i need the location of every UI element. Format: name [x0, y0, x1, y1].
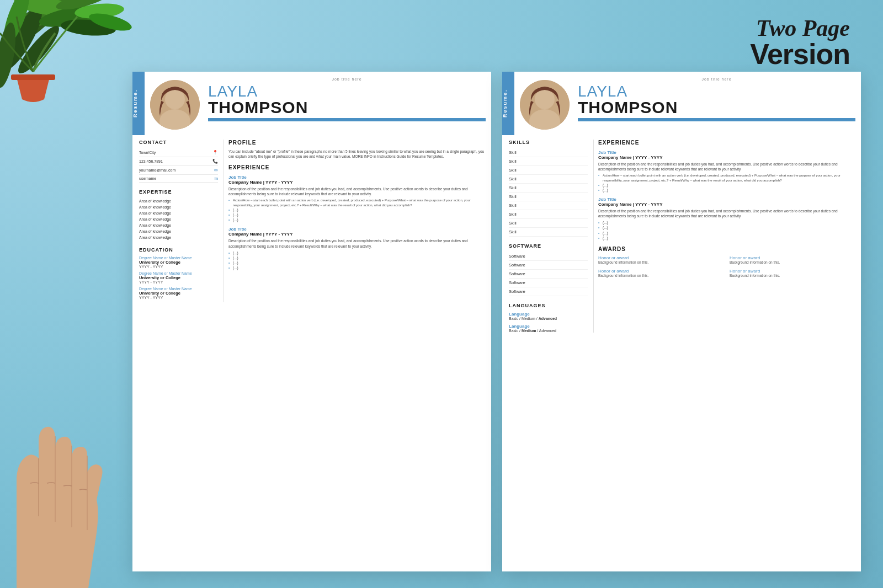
software-2: Software — [509, 261, 588, 270]
two-page-text: Two Page — [750, 17, 850, 40]
expertise-5: Area of knowledge — [139, 222, 218, 228]
page1-header: Resume. Job title here LAYLA THOMPSON — [132, 72, 491, 135]
awards-row-1: Honor or award Background information on… — [598, 255, 855, 264]
page2-job1-desc: Description of the position and the resp… — [598, 162, 855, 172]
svg-rect-12 — [11, 74, 55, 80]
page2-right-col: EXPERIENCE Job Title Company Name | YYYY… — [593, 140, 861, 333]
software-4: Software — [509, 279, 588, 287]
phone-icon: 📞 — [212, 159, 218, 164]
page1-right-col: PROFILE You can include "about me" or "p… — [224, 140, 491, 302]
lang-1-level: Basic / Medium / Advanced — [509, 317, 588, 320]
skills-title: SKILLS — [509, 140, 588, 145]
edu-year-1: YYYY - YYYY — [139, 265, 218, 269]
skill-10: Skill — [509, 228, 588, 237]
expertise-4: Area of knowledge — [139, 216, 218, 222]
page2-header: Resume. Job title here LAYLA THOMPSON — [502, 72, 861, 135]
page2-job2-bullet4: (...) — [598, 236, 855, 240]
contact-phone: 123.456.7891 📞 — [139, 157, 218, 166]
page1-name-block: Job title here LAYLA THOMPSON — [205, 72, 491, 135]
plant-decoration — [0, 0, 160, 121]
award-1: Honor or award Background information on… — [598, 255, 724, 264]
award-3-desc: Background information on this. — [598, 274, 724, 277]
edu-university-1: University or College — [139, 260, 218, 265]
page1-job1-bullet4: (...) — [228, 217, 486, 222]
contact-email: yourname@mail.com ✉ — [139, 166, 218, 175]
award-2: Honor or award Background information on… — [730, 255, 855, 264]
software-1: Software — [509, 252, 588, 261]
expertise-title: EXPERTISE — [139, 189, 218, 195]
version-label: Two Page Version — [750, 17, 850, 68]
profile-text: You can include "about me" or "profile" … — [228, 149, 486, 159]
skill-8: Skill — [509, 210, 588, 219]
page1-job1-bullet3: (...) — [228, 212, 486, 217]
expertise-7: Area of knowledge — [139, 234, 218, 240]
page2-photo — [520, 80, 570, 130]
skill-5: Skill — [509, 184, 588, 193]
hand-decoration — [0, 340, 127, 588]
resume-page-2: Resume. Job title here LAYLA THOMPSON — [502, 72, 861, 571]
page1-name-first: LAYLA — [208, 84, 486, 99]
skill-7: Skill — [509, 201, 588, 210]
page1-job1-title: Job Title — [228, 175, 486, 180]
expertise-3: Area of knowledge — [139, 210, 218, 216]
edu-university-2: University or College — [139, 275, 218, 280]
page2-job1-bullet2: (...) — [598, 183, 855, 188]
page2-name-underline — [578, 118, 855, 121]
email-icon: ✉ — [214, 168, 218, 173]
page2-job2-desc: Description of the position and the resp… — [598, 209, 855, 218]
education-title: EDUCATION — [139, 247, 218, 253]
page2-left-col: SKILLS Skill Skill Skill Skill Skill Ski… — [502, 140, 593, 333]
award-3: Honor or award Background information on… — [598, 269, 724, 277]
contact-linkedin: username in — [139, 175, 218, 183]
contact-linkedin-label: username — [139, 177, 156, 180]
skill-9: Skill — [509, 219, 588, 228]
lang-2-name: Language — [509, 324, 588, 329]
skill-2: Skill — [509, 157, 588, 166]
edu-degree-1: Degree Name or Master Name — [139, 256, 218, 260]
linkedin-icon: in — [215, 177, 218, 180]
awards-title: AWARDS — [598, 246, 855, 252]
edu-degree-3: Degree Name or Master Name — [139, 287, 218, 291]
award-4-desc: Background information on this. — [730, 274, 855, 277]
software-5: Software — [509, 287, 588, 296]
award-4-title: Honor or award — [730, 269, 855, 274]
contact-email-label: yourname@mail.com — [139, 168, 175, 172]
page2-job-title: Job title here — [578, 77, 855, 81]
award-2-title: Honor or award — [730, 255, 855, 260]
award-4: Honor or award Background information on… — [730, 269, 855, 277]
page1-job2-desc: Description of the position and the resp… — [228, 238, 486, 248]
expertise-1: Area of knowledge — [139, 198, 218, 204]
page2-job2-bullet2: (...) — [598, 225, 855, 230]
page1-job-title: Job title here — [208, 77, 486, 81]
page1-job2-bullet2: (...) — [228, 255, 486, 260]
profile-title: PROFILE — [228, 140, 486, 146]
version-text: Version — [750, 40, 850, 68]
page2-job1-bullet3: (...) — [598, 188, 855, 193]
software-title: SOFTWARE — [509, 243, 588, 249]
page1-job2-bullet4: (...) — [228, 265, 486, 270]
page1-job2-company: Company Name | YYYY - YYYY — [228, 232, 486, 237]
award-1-desc: Background information on this. — [598, 260, 724, 264]
pages-container: Resume. Job title here LAYLA THOMPSON — [132, 72, 861, 571]
contact-phone-label: 123.456.7891 — [139, 159, 163, 163]
contact-title: CONTACT — [139, 140, 218, 145]
page2-name-first: LAYLA — [578, 84, 855, 99]
page2-job1-company: Company Name | YYYY - YYYY — [598, 155, 855, 160]
page1-job2-title: Job Title — [228, 227, 486, 232]
lang-1-name: Language — [509, 312, 588, 317]
page2-job2-title: Job Title — [598, 197, 855, 202]
location-icon: 📍 — [212, 150, 218, 155]
resume-page-1: Resume. Job title here LAYLA THOMPSON — [132, 72, 491, 571]
page2-job2-bullet1: (...) — [598, 220, 855, 225]
page2-job2-bullet3: (...) — [598, 231, 855, 236]
page1-job1-bullet1: Action/How – start each bullet point wit… — [228, 198, 486, 207]
contact-city: Town/City 📍 — [139, 148, 218, 157]
svg-point-14 — [165, 89, 185, 109]
page1-job1-bullet2: (...) — [228, 207, 486, 212]
page1-job1-desc: Description of the position and the resp… — [228, 186, 486, 196]
svg-point-17 — [535, 89, 555, 109]
award-3-title: Honor or award — [598, 269, 724, 274]
page2-job2-company: Company Name | YYYY - YYYY — [598, 202, 855, 207]
page2-name-block: Job title here LAYLA THOMPSON — [575, 72, 861, 135]
award-2-desc: Background information on this. — [730, 260, 855, 264]
